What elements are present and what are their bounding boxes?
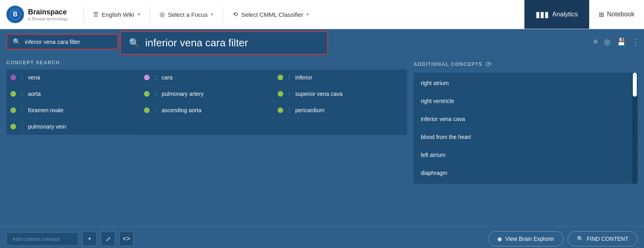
list-item[interactable]: ⋮ foramen ovale (6, 102, 140, 119)
concept-ascending-aorta: ascending aorta (162, 107, 202, 113)
scroll-track[interactable] (632, 73, 638, 184)
list-item[interactable]: ⋮ ascending aorta (140, 102, 274, 119)
nav-divider-1 (83, 6, 84, 22)
search-small-text: inferior vena cara filter (25, 39, 80, 45)
dot-inferior (278, 75, 283, 80)
menu-dots-vena[interactable]: ⋮ (19, 74, 25, 81)
notebook-icon: ⊞ (599, 11, 604, 18)
concept-cara: cara (162, 74, 172, 81)
brand-sub: a Reveal technology (28, 16, 68, 21)
concept-aorta: aorta (28, 91, 41, 97)
concept-superior-vena: superior vena cava (295, 91, 342, 97)
additional-item-right-atrium[interactable]: right atrium (414, 74, 638, 92)
concepts-grid: ⋮ vena ⋮ aorta ⋮ foramen ovale ⋮ pulmona… (6, 69, 407, 135)
list-item[interactable]: ⋮ pulmonary artery (140, 86, 274, 102)
classifier-chevron: ▾ (306, 12, 309, 17)
menu-dots-aorta[interactable]: ⋮ (19, 91, 25, 97)
brand-name: Brainspace (28, 8, 68, 16)
focus-chevron: ▾ (211, 12, 213, 17)
nav-divider-2 (150, 6, 150, 22)
search-box-large[interactable]: 🔍 (120, 31, 328, 55)
more-icon[interactable]: ⋮ (632, 38, 639, 46)
focus-icon: ◎ (160, 11, 165, 18)
dot-pulmonary-vein (10, 124, 16, 129)
additional-item-inferior-vena-cava[interactable]: inferior vena cava (414, 110, 638, 128)
search-box-small[interactable]: 🔍 inferior vena cara filter (6, 34, 118, 50)
refresh-icon[interactable]: ⟳ (486, 60, 492, 69)
toolbar-right: ≡ ◎ 💾 ⋮ (593, 38, 639, 46)
concept-search-title: CONCEPT SEARCH (6, 54, 407, 69)
notebook-label: Notebook (607, 11, 635, 18)
logo-icon: B (6, 6, 24, 23)
list-item[interactable]: ⋮ superior vena cava (274, 86, 407, 102)
main-content: CONCEPT SEARCH ⋮ vena ⋮ aorta ⋮ foramen … (0, 54, 644, 226)
code-button[interactable]: <> (119, 232, 134, 246)
menu-dots-superior-vena[interactable]: ⋮ (286, 91, 292, 97)
additional-header: ADDITIONAL CONCEPTS ⟳ (414, 54, 638, 73)
classifier-icon: ⟲ (233, 11, 238, 18)
menu-dots-pulmonary-artery[interactable]: ⋮ (153, 91, 158, 97)
additional-list: right atrium right ventricle inferior ve… (414, 73, 638, 184)
list-item[interactable]: ⋮ vena (6, 69, 140, 86)
search-input[interactable] (145, 37, 319, 49)
filter-icon[interactable]: ≡ (593, 38, 598, 46)
brain-icon: ◉ (497, 236, 502, 242)
logo-area: B Brainspace a Reveal technology (0, 6, 80, 23)
scroll-thumb (633, 73, 637, 97)
nav-focus[interactable]: ◎ Select a Focus ▾ (153, 0, 220, 29)
analytics-label: Analytics (552, 11, 578, 18)
concept-inferior: inferior (295, 74, 312, 81)
menu-dots-cara[interactable]: ⋮ (153, 74, 158, 81)
menu-dots-pericardium[interactable]: ⋮ (286, 107, 292, 113)
additional-item-diaphragm[interactable]: diaphragm (414, 164, 638, 182)
dot-superior-vena (278, 91, 283, 97)
search-small-icon: 🔍 (13, 38, 21, 46)
list-item[interactable]: ⋮ inferior (274, 69, 407, 86)
wiki-icon: ☰ (93, 11, 98, 18)
dot-foramen (10, 107, 16, 113)
dot-aorta (10, 91, 16, 97)
concept-foramen: foramen ovale (28, 107, 64, 113)
additional-item-blood-from-heart[interactable]: blood from the heart (414, 128, 638, 146)
additional-list-wrapper: right atrium right ventricle inferior ve… (414, 73, 638, 184)
right-panel: ADDITIONAL CONCEPTS ⟳ right atrium right… (414, 54, 638, 226)
expand-button[interactable]: ⤢ (101, 232, 115, 246)
menu-dots-foramen[interactable]: ⋮ (19, 107, 25, 113)
view-brain-explorer-button[interactable]: ◉ View Brain Explorer (488, 231, 564, 246)
list-item[interactable]: ⋮ aorta (6, 86, 140, 102)
find-content-button[interactable]: 🔍 FIND CONTENT (568, 231, 638, 246)
dot-pulmonary-artery (144, 91, 150, 97)
bottom-bar: + ⤢ <> ◉ View Brain Explorer 🔍 FIND CONT… (0, 226, 644, 248)
find-content-label: FIND CONTENT (587, 236, 628, 242)
list-item[interactable]: ⋮ cara (140, 69, 274, 86)
dot-pericardium (278, 107, 283, 113)
additional-item-left-atrium[interactable]: left atrium (414, 146, 638, 164)
target-icon[interactable]: ◎ (604, 38, 610, 46)
dot-cara (144, 75, 150, 80)
wiki-chevron: ▾ (138, 12, 140, 17)
menu-dots-ascending-aorta[interactable]: ⋮ (153, 107, 158, 113)
concept-pulmonary-artery: pulmonary artery (162, 91, 204, 97)
focus-label: Select a Focus (168, 11, 208, 18)
logo-text: Brainspace a Reveal technology (28, 8, 68, 21)
concept-pulmonary-vein: pulmonary vein (28, 123, 66, 130)
additional-item-right-ventricle[interactable]: right ventricle (414, 92, 638, 110)
nav-notebook[interactable]: ⊞ Notebook (589, 0, 644, 29)
menu-dots-inferior[interactable]: ⋮ (286, 74, 292, 81)
dot-ascending-aorta (144, 107, 150, 113)
search-large-icon: 🔍 (129, 38, 140, 48)
concept-pericardium: pericardium (295, 107, 324, 113)
list-item[interactable]: ⋮ pulmonary vein (6, 119, 140, 135)
save-icon[interactable]: 💾 (617, 38, 626, 46)
menu-dots-pulmonary-vein[interactable]: ⋮ (19, 123, 25, 130)
find-icon: 🔍 (577, 236, 584, 242)
dot-vena (10, 75, 16, 80)
nav-classifier[interactable]: ⟲ Select CMML Classifier ▾ (226, 0, 315, 29)
wiki-label: English Wiki (102, 11, 134, 18)
list-item[interactable]: ⋮ pericardium (274, 102, 407, 119)
custom-concept-input[interactable] (6, 232, 78, 246)
nav-analytics[interactable]: ▮▮▮ Analytics (524, 0, 589, 29)
svg-text:B: B (13, 11, 18, 18)
add-concept-button[interactable]: + (82, 232, 97, 246)
nav-wiki[interactable]: ☰ English Wiki ▾ (87, 0, 146, 29)
